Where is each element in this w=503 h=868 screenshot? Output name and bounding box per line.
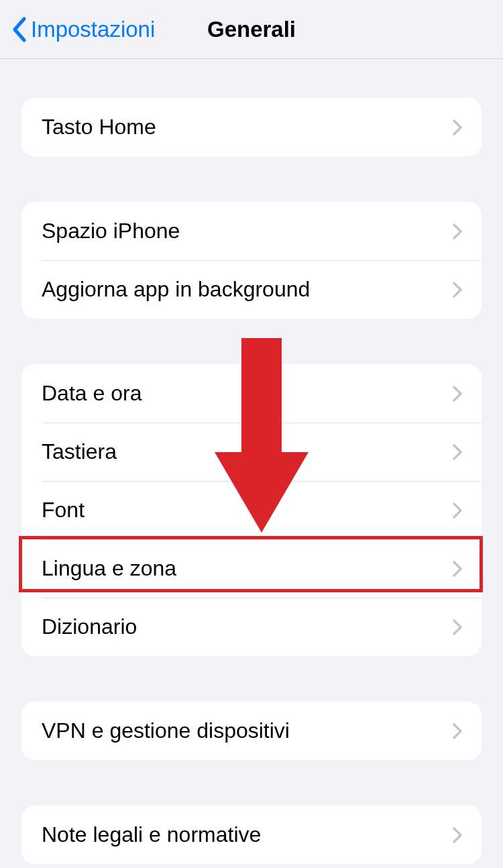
chevron-right-icon bbox=[452, 502, 463, 519]
row-note-legali[interactable]: Note legali e normative bbox=[21, 806, 482, 864]
row-lingua-e-zona[interactable]: Lingua e zona bbox=[21, 539, 482, 598]
settings-group: Spazio iPhone Aggiorna app in background bbox=[21, 202, 482, 319]
row-label: Note legali e normative bbox=[42, 822, 261, 847]
row-label: VPN e gestione dispositivi bbox=[42, 718, 290, 743]
chevron-right-icon bbox=[452, 722, 463, 740]
row-tastiera[interactable]: Tastiera bbox=[21, 423, 482, 481]
chevron-right-icon bbox=[452, 281, 463, 299]
chevron-right-icon bbox=[452, 443, 463, 461]
back-button[interactable]: Impostazioni bbox=[11, 17, 155, 42]
row-label: Data e ora bbox=[42, 381, 142, 406]
chevron-left-icon bbox=[11, 17, 27, 42]
settings-group: Note legali e normative bbox=[21, 806, 482, 864]
row-data-e-ora[interactable]: Data e ora bbox=[21, 364, 482, 423]
chevron-right-icon bbox=[452, 223, 463, 240]
chevron-right-icon bbox=[452, 385, 463, 402]
nav-bar: Impostazioni Generali bbox=[0, 0, 503, 59]
row-label: Dizionario bbox=[42, 614, 137, 639]
chevron-right-icon bbox=[452, 618, 463, 636]
content: Tasto Home Spazio iPhone Aggiorna app in… bbox=[0, 98, 503, 864]
row-label: Spazio iPhone bbox=[42, 219, 180, 243]
row-vpn-gestione-dispositivi[interactable]: VPN e gestione dispositivi bbox=[21, 702, 482, 760]
row-label: Tastiera bbox=[42, 439, 117, 464]
settings-group: VPN e gestione dispositivi bbox=[21, 702, 482, 760]
settings-group: Tasto Home bbox=[21, 98, 482, 156]
row-dizionario[interactable]: Dizionario bbox=[21, 598, 482, 656]
row-label: Tasto Home bbox=[42, 115, 156, 140]
row-aggiorna-app-background[interactable]: Aggiorna app in background bbox=[21, 260, 482, 319]
row-tasto-home[interactable]: Tasto Home bbox=[21, 98, 482, 156]
row-font[interactable]: Font bbox=[21, 481, 482, 539]
chevron-right-icon bbox=[452, 826, 463, 844]
row-label: Aggiorna app in background bbox=[42, 277, 310, 302]
row-label: Font bbox=[42, 498, 85, 523]
back-label: Impostazioni bbox=[31, 17, 155, 42]
row-label: Lingua e zona bbox=[42, 556, 176, 581]
settings-group: Data e ora Tastiera Font Lingua e zona D… bbox=[21, 364, 482, 656]
row-spazio-iphone[interactable]: Spazio iPhone bbox=[21, 202, 482, 260]
chevron-right-icon bbox=[452, 560, 463, 578]
page-title: Generali bbox=[207, 17, 296, 42]
chevron-right-icon bbox=[452, 119, 463, 136]
